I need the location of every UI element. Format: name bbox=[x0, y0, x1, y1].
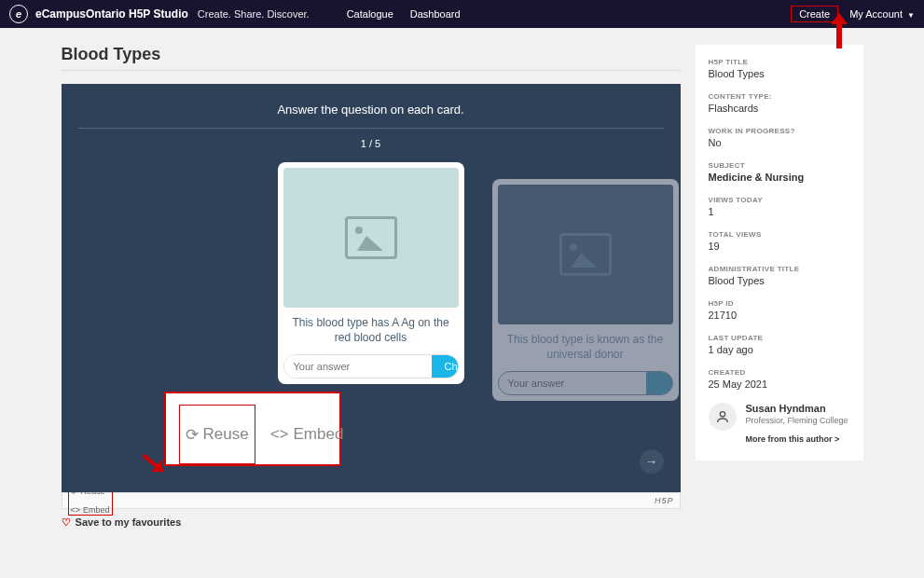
meta-label-views-today: VIEWS TODAY bbox=[709, 196, 850, 204]
meta-views-today: 1 bbox=[709, 206, 850, 217]
image-placeholder-icon bbox=[559, 233, 612, 276]
logo-icon: e bbox=[9, 5, 28, 23]
save-favourite-label: Save to my favourites bbox=[76, 516, 182, 528]
meta-label-content-type: CONTENT TYPE: bbox=[709, 92, 850, 101]
meta-label-last-update: LAST UPDATE bbox=[709, 334, 850, 342]
annotation-callout-reuse-embed: ⟳ Reuse <> Embed bbox=[164, 392, 341, 466]
answer-input-preview bbox=[499, 372, 646, 394]
check-button-preview bbox=[646, 372, 673, 394]
meta-label-h5p-title: H5P TITLE bbox=[709, 58, 850, 66]
author-name: Susan Hyndman bbox=[746, 403, 848, 414]
page-title: Blood Types bbox=[62, 45, 681, 71]
meta-label-total-views: TOTAL VIEWS bbox=[709, 230, 850, 239]
caret-down-icon: ▼ bbox=[907, 11, 915, 20]
save-favourite[interactable]: ♡ Save to my favourites bbox=[62, 516, 681, 529]
nav-dashboard[interactable]: Dashboard bbox=[410, 8, 461, 20]
callout-embed: <> Embed bbox=[270, 405, 344, 464]
h5p-progress: 1 / 5 bbox=[62, 138, 681, 149]
meta-last-update: 1 day ago bbox=[709, 344, 850, 355]
flashcard-next: This blood type is known as the universa… bbox=[492, 179, 679, 401]
meta-subject: Medicine & Nursing bbox=[709, 172, 850, 183]
embed-icon: <> bbox=[270, 425, 289, 444]
author-avatar bbox=[709, 403, 737, 431]
meta-h5p-id: 21710 bbox=[709, 310, 850, 321]
check-button[interactable]: Check bbox=[432, 355, 459, 378]
embed-icon: <> bbox=[71, 505, 81, 515]
meta-total-views: 19 bbox=[709, 241, 850, 252]
meta-label-h5p-id: H5P ID bbox=[709, 299, 850, 308]
card-question: This blood type has A Ag on the red bloo… bbox=[283, 308, 459, 354]
next-card-button[interactable]: → bbox=[640, 449, 664, 474]
svg-point-0 bbox=[720, 412, 724, 417]
h5p-instruction: Answer the question on each card. bbox=[62, 97, 681, 128]
nav-my-account-label: My Account bbox=[849, 8, 903, 20]
annotation-arrow-create bbox=[836, 22, 842, 48]
meta-wip: No bbox=[709, 137, 850, 148]
nav-catalogue[interactable]: Catalogue bbox=[347, 8, 393, 20]
author-more-link[interactable]: More from this author > bbox=[746, 434, 848, 444]
heart-icon: ♡ bbox=[62, 516, 71, 528]
meta-admin-title: Blood Types bbox=[709, 275, 850, 286]
footer-embed-button[interactable]: <> Embed bbox=[71, 505, 110, 515]
nav-my-account[interactable]: My Account ▼ bbox=[849, 8, 915, 20]
user-icon bbox=[715, 409, 730, 424]
author-role: Professior, Fleming College bbox=[746, 416, 848, 425]
meta-label-subject: SUBJECT bbox=[709, 161, 850, 170]
card-image-placeholder bbox=[498, 185, 673, 324]
meta-created: 25 May 2021 bbox=[709, 378, 850, 390]
meta-label-created: CREATED bbox=[709, 368, 850, 377]
metadata-sidebar: H5P TITLE Blood Types CONTENT TYPE: Flas… bbox=[696, 45, 863, 461]
reuse-icon: ⟳ bbox=[186, 425, 199, 445]
h5p-footer-bar: ⟳ Reuse <> Embed H5P bbox=[62, 492, 681, 509]
brand-tagline: Create. Share. Discover. bbox=[198, 8, 310, 20]
flashcard-current: This blood type has A Ag on the red bloo… bbox=[278, 162, 464, 384]
callout-reuse: ⟳ Reuse bbox=[179, 405, 255, 464]
image-placeholder-icon bbox=[345, 216, 397, 259]
card-question-preview: This blood type is known as the universa… bbox=[498, 324, 673, 371]
top-navbar: e eCampusOntario H5P Studio Create. Shar… bbox=[0, 0, 924, 28]
h5p-frame: Answer the question on each card. 1 / 5 … bbox=[62, 84, 681, 492]
meta-content-type: Flashcards bbox=[709, 103, 850, 114]
brand-title: eCampusOntario H5P Studio bbox=[35, 7, 188, 21]
h5p-brand-label: H5P bbox=[655, 496, 674, 505]
meta-label-wip: WORK IN PROGRESS? bbox=[709, 127, 850, 135]
answer-input[interactable] bbox=[284, 355, 432, 378]
meta-h5p-title: Blood Types bbox=[709, 68, 850, 79]
card-image-placeholder bbox=[283, 168, 459, 308]
meta-label-admin-title: ADMINISTRATIVE TITLE bbox=[709, 265, 850, 273]
